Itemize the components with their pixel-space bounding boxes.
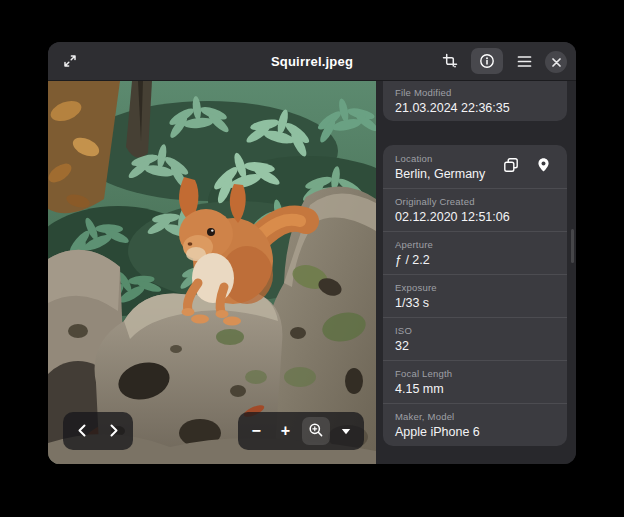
image-viewer-window: Squirrel.jpeg <box>48 42 576 464</box>
property-row-maker-model: Maker, Model Apple iPhone 6 <box>383 403 567 446</box>
property-value: ƒ / 2.2 <box>395 253 555 267</box>
panel-scrollbar[interactable] <box>571 229 574 263</box>
zoom-menu-button[interactable] <box>333 417 359 445</box>
fullscreen-icon <box>62 53 78 69</box>
fullscreen-button[interactable] <box>56 48 84 74</box>
chevron-left-icon <box>78 424 86 439</box>
image-nav-overlay <box>63 412 133 450</box>
property-label: Originally Created <box>395 196 555 207</box>
property-value: 02.12.2020 12:51:06 <box>395 210 555 224</box>
dropdown-caret-icon <box>341 428 351 435</box>
hamburger-menu-icon <box>517 55 532 68</box>
magnifier-plus-icon <box>308 422 324 440</box>
chevron-right-icon <box>110 424 118 439</box>
property-row-focal-length: Focal Length 4.15 mm <box>383 360 567 403</box>
property-label: Exposure <box>395 282 555 293</box>
exif-info-card: Location Berlin, Germany <box>383 145 567 446</box>
property-label: Maker, Model <box>395 411 555 422</box>
property-value: 32 <box>395 339 555 353</box>
map-pin-icon <box>536 157 551 177</box>
property-label: File Modified <box>395 87 555 98</box>
property-row-location: Location Berlin, Germany <box>383 145 567 188</box>
next-image-button[interactable] <box>101 417 127 445</box>
previous-image-button[interactable] <box>69 417 95 445</box>
crop-icon <box>442 53 458 69</box>
property-value: 1/33 s <box>395 296 555 310</box>
desktop-background: Squirrel.jpeg <box>0 0 624 517</box>
zoom-controls-overlay: − + <box>238 412 364 450</box>
info-icon <box>479 53 495 69</box>
photo-canvas[interactable]: − + <box>48 81 376 464</box>
file-info-card: File Modified 21.03.2024 22:36:35 <box>383 81 567 121</box>
property-value: Berlin, Germany <box>395 167 495 181</box>
property-row-aperture: Aperture ƒ / 2.2 <box>383 231 567 274</box>
property-label: Focal Length <box>395 368 555 379</box>
property-label: Location <box>395 153 495 164</box>
main-menu-button[interactable] <box>510 48 538 74</box>
property-label: ISO <box>395 325 555 336</box>
property-label: Aperture <box>395 239 555 250</box>
open-map-button[interactable] <box>531 155 555 179</box>
copy-icon <box>503 157 519 177</box>
copy-location-button[interactable] <box>499 155 523 179</box>
properties-button[interactable] <box>471 48 503 74</box>
property-value: 4.15 mm <box>395 382 555 396</box>
properties-panel[interactable]: File Modified 21.03.2024 22:36:35 Locati… <box>376 81 576 464</box>
close-button[interactable] <box>545 51 567 73</box>
crop-button[interactable] <box>436 48 464 74</box>
property-row-originally-created: Originally Created 02.12.2020 12:51:06 <box>383 188 567 231</box>
property-row-exposure: Exposure 1/33 s <box>383 274 567 317</box>
close-icon <box>552 58 561 67</box>
property-row-iso: ISO 32 <box>383 317 567 360</box>
best-fit-button[interactable] <box>302 417 330 445</box>
header-bar[interactable]: Squirrel.jpeg <box>48 42 576 81</box>
property-value: 21.03.2024 22:36:35 <box>395 101 555 115</box>
zoom-in-button[interactable]: + <box>272 417 298 445</box>
property-value: Apple iPhone 6 <box>395 425 555 439</box>
zoom-out-button[interactable]: − <box>243 417 269 445</box>
property-row-file-modified: File Modified 21.03.2024 22:36:35 <box>383 81 567 121</box>
squirrel-photo <box>48 81 376 464</box>
